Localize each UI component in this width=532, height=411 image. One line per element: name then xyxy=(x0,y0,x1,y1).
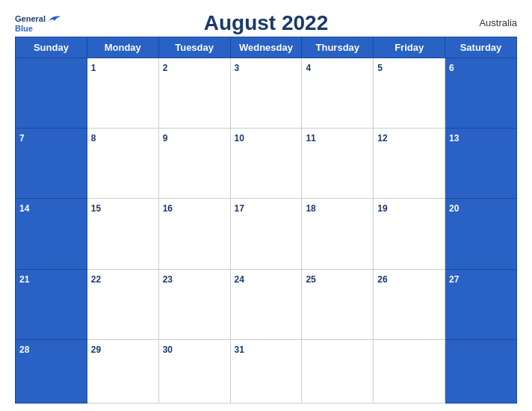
day-number: 13 xyxy=(449,133,459,143)
day-number: 17 xyxy=(235,203,244,214)
header-sunday: Sunday xyxy=(16,37,87,58)
day-number: 30 xyxy=(163,344,173,355)
calendar-day-cell: 11 xyxy=(302,129,374,199)
logo-text-general: General xyxy=(15,14,46,23)
calendar-day-cell: 22 xyxy=(87,269,158,339)
calendar-day-cell: 24 xyxy=(230,269,302,339)
day-number: 20 xyxy=(449,203,459,214)
calendar-day-cell: 3 xyxy=(230,58,302,129)
day-number: 5 xyxy=(377,63,383,73)
calendar-day-cell: 9 xyxy=(158,129,230,199)
weekday-header-row: Sunday Monday Tuesday Wednesday Thursday… xyxy=(16,37,517,58)
calendar-day-cell: 16 xyxy=(158,199,230,269)
header-wednesday: Wednesday xyxy=(230,37,302,58)
calendar-day-cell: 4 xyxy=(302,58,374,129)
day-number: 14 xyxy=(19,203,29,214)
calendar-day-cell: 26 xyxy=(374,269,445,339)
calendar-day-cell: 14 xyxy=(16,199,87,269)
calendar-day-cell xyxy=(16,58,87,129)
calendar-day-cell: 25 xyxy=(302,269,374,339)
calendar-day-cell: 31 xyxy=(230,339,302,403)
day-number: 3 xyxy=(235,63,240,73)
calendar-day-cell: 19 xyxy=(374,199,445,269)
calendar-day-cell: 17 xyxy=(230,199,302,269)
header-tuesday: Tuesday xyxy=(158,37,230,58)
calendar-title: August 2022 xyxy=(204,11,329,35)
country-label: Australia xyxy=(479,17,517,28)
day-number: 31 xyxy=(235,344,244,355)
calendar-day-cell: 30 xyxy=(158,339,230,403)
day-number: 22 xyxy=(91,274,101,285)
calendar-day-cell: 20 xyxy=(445,199,517,269)
day-number: 25 xyxy=(306,274,315,285)
day-number: 28 xyxy=(19,344,29,355)
calendar-day-cell xyxy=(302,339,374,403)
calendar-week-row: 21222324252627 xyxy=(16,269,517,339)
calendar-day-cell: 18 xyxy=(302,199,374,269)
calendar-day-cell: 27 xyxy=(445,269,517,339)
calendar-week-row: 28293031 xyxy=(16,339,517,403)
header-thursday: Thursday xyxy=(302,37,374,58)
calendar-day-cell: 15 xyxy=(87,199,158,269)
day-number: 27 xyxy=(449,274,459,285)
day-number: 1 xyxy=(91,63,96,73)
calendar-day-cell: 29 xyxy=(87,339,158,403)
day-number: 12 xyxy=(377,133,387,143)
calendar-header: General Blue August 2022 Australia xyxy=(15,11,517,35)
calendar-week-row: 14151617181920 xyxy=(16,199,517,269)
calendar-day-cell: 21 xyxy=(16,269,87,339)
day-number: 18 xyxy=(306,203,315,214)
logo-bird-icon xyxy=(47,13,62,24)
calendar-day-cell: 2 xyxy=(158,58,230,129)
day-number: 21 xyxy=(19,274,29,285)
header-saturday: Saturday xyxy=(445,37,517,58)
day-number: 10 xyxy=(235,133,244,143)
header-friday: Friday xyxy=(374,37,445,58)
day-number: 19 xyxy=(377,203,387,214)
day-number: 26 xyxy=(377,274,387,285)
logo: General Blue xyxy=(15,13,62,33)
day-number: 6 xyxy=(449,63,454,73)
calendar-day-cell: 5 xyxy=(374,58,445,129)
calendar-day-cell: 23 xyxy=(158,269,230,339)
day-number: 2 xyxy=(163,63,168,73)
day-number: 16 xyxy=(163,203,173,214)
calendar-table: Sunday Monday Tuesday Wednesday Thursday… xyxy=(15,37,517,404)
calendar-day-cell: 8 xyxy=(87,129,158,199)
logo-text-blue: Blue xyxy=(15,24,33,33)
calendar-day-cell: 13 xyxy=(445,129,517,199)
day-number: 8 xyxy=(91,133,96,143)
calendar-day-cell: 28 xyxy=(16,339,87,403)
day-number: 15 xyxy=(91,203,101,214)
calendar-day-cell: 1 xyxy=(87,58,158,129)
calendar-day-cell: 10 xyxy=(230,129,302,199)
calendar-day-cell xyxy=(374,339,445,403)
calendar-day-cell: 7 xyxy=(16,129,87,199)
header-monday: Monday xyxy=(87,37,158,58)
calendar-day-cell xyxy=(445,339,517,403)
day-number: 9 xyxy=(163,133,168,143)
day-number: 29 xyxy=(91,344,101,355)
calendar-day-cell: 12 xyxy=(374,129,445,199)
day-number: 4 xyxy=(306,63,311,73)
calendar-week-row: 123456 xyxy=(16,58,517,129)
day-number: 11 xyxy=(306,133,315,143)
day-number: 23 xyxy=(163,274,173,285)
calendar-week-row: 78910111213 xyxy=(16,129,517,199)
calendar-day-cell: 6 xyxy=(445,58,517,129)
day-number: 7 xyxy=(19,133,25,143)
day-number: 24 xyxy=(235,274,244,285)
